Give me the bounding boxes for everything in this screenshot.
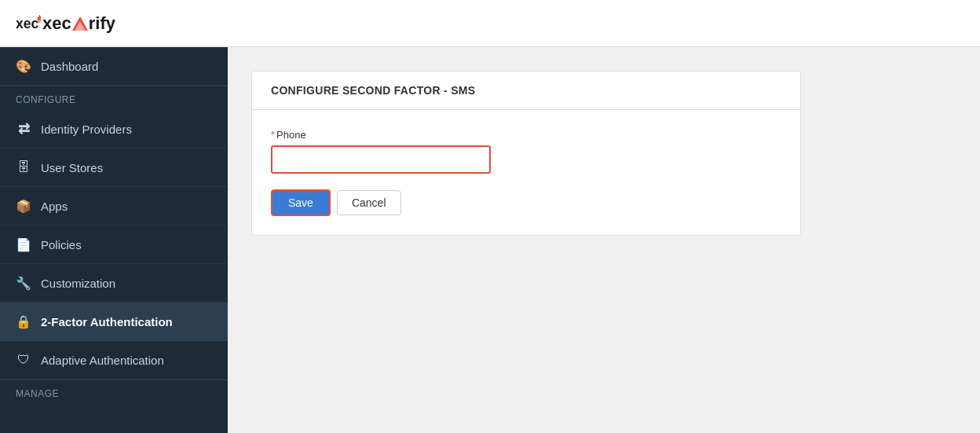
sidebar-item-label: Identity Providers (41, 123, 132, 136)
sidebar-item-label: 2-Factor Authentication (41, 315, 173, 328)
apps-icon: 📦 (16, 198, 31, 214)
2fa-icon: 🔒 (16, 314, 31, 329)
button-group: Save Cancel (271, 189, 781, 216)
policies-icon: 📄 (16, 237, 31, 252)
svg-text:xec: xec (16, 16, 39, 31)
dashboard-icon: 🎨 (16, 58, 31, 74)
logo-icon: xec (16, 11, 41, 36)
sidebar: 🎨 Dashboard Configure ⇄ Identity Provide… (0, 47, 228, 433)
adaptive-auth-icon: 🛡 (16, 352, 31, 368)
required-star: * (271, 129, 275, 141)
logo: xec xecrify (16, 11, 115, 36)
sidebar-item-label: User Stores (41, 161, 103, 174)
configure-sms-card: CONFIGURE SECOND FACTOR - SMS *Phone Sav… (251, 71, 801, 236)
card-body: *Phone Save Cancel (252, 110, 800, 235)
customization-icon: 🔧 (16, 275, 31, 291)
sidebar-item-adaptive-auth[interactable]: 🛡 Adaptive Authentication (0, 341, 228, 380)
sidebar-item-identity-providers[interactable]: ⇄ Identity Providers (0, 110, 228, 149)
sidebar-item-label: Customization (41, 277, 115, 290)
sidebar-item-label: Adaptive Authentication (41, 354, 164, 367)
phone-form-group: *Phone (271, 129, 781, 174)
top-bar: xec xecrify (0, 0, 980, 47)
logo-text: xecrify (42, 13, 115, 34)
sidebar-item-2fa[interactable]: 🔒 2-Factor Authentication (0, 303, 228, 341)
sidebar-section-manage: Manage (0, 380, 228, 404)
sidebar-item-label: Dashboard (41, 60, 98, 73)
phone-label: *Phone (271, 129, 781, 141)
sidebar-item-label: Apps (41, 200, 68, 213)
sidebar-item-dashboard[interactable]: 🎨 Dashboard (0, 47, 228, 86)
sidebar-item-policies[interactable]: 📄 Policies (0, 226, 228, 264)
content-area: CONFIGURE SECOND FACTOR - SMS *Phone Sav… (228, 47, 980, 433)
sidebar-item-apps[interactable]: 📦 Apps (0, 187, 228, 226)
main-layout: 🎨 Dashboard Configure ⇄ Identity Provide… (0, 47, 980, 433)
phone-input[interactable] (271, 145, 491, 174)
sidebar-section-configure: Configure (0, 86, 228, 110)
identity-providers-icon: ⇄ (16, 121, 31, 137)
sidebar-item-label: Policies (41, 238, 82, 251)
save-button[interactable]: Save (271, 189, 331, 216)
card-header: CONFIGURE SECOND FACTOR - SMS (252, 72, 800, 110)
sidebar-item-user-stores[interactable]: 🗄 User Stores (0, 149, 228, 187)
sidebar-item-customization[interactable]: 🔧 Customization (0, 264, 228, 303)
cancel-button[interactable]: Cancel (337, 190, 401, 215)
user-stores-icon: 🗄 (16, 160, 31, 175)
